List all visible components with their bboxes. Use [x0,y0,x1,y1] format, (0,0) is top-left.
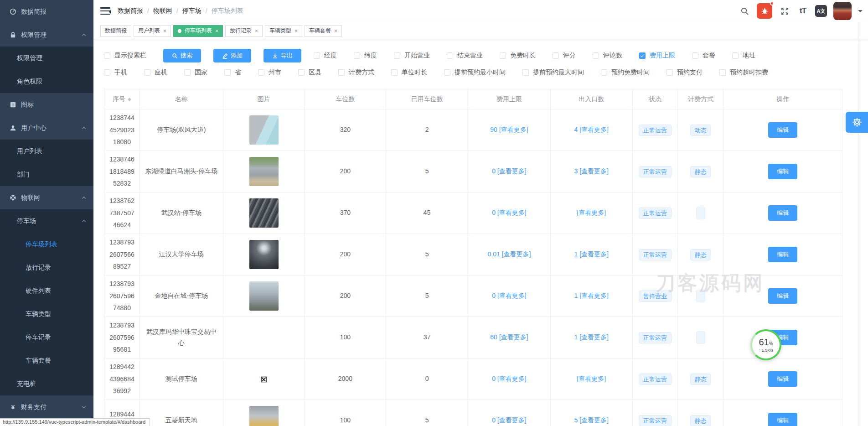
tab-item[interactable]: 车辆套餐× [305,25,342,37]
fullscreen-icon[interactable] [779,5,790,17]
filter-checkbox[interactable]: 预约支付 [666,68,703,77]
filter-checkbox[interactable]: 免费时长 [500,52,536,60]
filter-checkbox[interactable]: 国家 [184,68,207,77]
view-more-link[interactable]: 0 [查看更多] [492,415,526,426]
sidebar-item[interactable]: ¥财务支付 [0,395,93,419]
filter-checkbox[interactable]: 单位时长 [391,68,427,77]
sidebar-item[interactable]: 放行记录 [0,256,93,279]
filter-checkbox[interactable]: 州市 [258,68,281,77]
sidebar-toggle-icon[interactable] [100,6,110,16]
filter-checkbox[interactable]: 计费方式 [338,68,374,77]
sort-icon[interactable] [128,96,131,103]
sidebar-item[interactable]: 用户中心 [0,116,93,140]
filter-checkbox[interactable]: 地址 [732,52,755,60]
sidebar-item[interactable]: 角色权限 [0,70,93,93]
font-size-icon[interactable]: tT [797,5,809,17]
filter-checkbox[interactable]: 套餐 [692,52,715,60]
export-button[interactable]: 导出 [264,49,301,62]
sidebar-item[interactable]: 权限管理 [0,23,93,47]
sidebar-item[interactable]: 停车场 [0,209,93,233]
filter-checkbox[interactable]: 费用上限 [639,52,675,60]
view-more-link[interactable]: 3 [查看更多] [574,166,608,177]
search-button[interactable]: 搜索 [163,49,201,62]
filter-checkbox[interactable]: 提前预约最小时间 [444,68,506,77]
filter-checkbox[interactable]: 经度 [314,52,337,60]
view-more-link[interactable]: [查看更多] [577,208,606,218]
view-more-link[interactable]: 90 [查看更多] [490,125,528,135]
avatar[interactable] [833,2,852,20]
tab-item[interactable]: 用户列表× [134,25,171,37]
parking-photo[interactable] [249,198,279,228]
sidebar-item[interactable]: 物联网 [0,186,93,209]
view-more-link[interactable]: 1 [查看更多] [574,249,608,260]
chevron-down-icon[interactable] [858,10,863,15]
sidebar-item[interactable]: 充电桩 [0,372,93,395]
edit-button[interactable]: 编辑 [768,122,797,138]
view-more-link[interactable]: 60 [查看更多] [490,332,528,343]
view-more-link[interactable]: [查看更多] [577,374,606,384]
sidebar-item[interactable]: 用户列表 [0,140,93,163]
view-more-link[interactable]: 0 [查看更多] [492,166,526,177]
column-header[interactable]: 序号 [104,89,140,109]
filter-checkbox[interactable]: 手机 [104,68,127,77]
search-icon[interactable] [739,5,750,17]
view-more-link[interactable]: 0 [查看更多] [492,208,526,218]
filter-checkbox[interactable]: 纬度 [354,52,377,60]
sidebar-item[interactable]: 车辆套餐 [0,349,93,372]
breadcrumb-item[interactable]: 停车场 [182,7,202,15]
sidebar-item[interactable]: 部门 [0,163,93,186]
translate-icon[interactable]: A文 [815,5,827,17]
close-icon[interactable]: × [334,28,337,34]
sidebar-item[interactable]: 数据简报 [0,0,93,23]
view-more-link[interactable]: 1 [查看更多] [574,291,608,301]
tab-item[interactable]: 放行记录× [225,25,263,37]
sidebar-item[interactable]: I图标 [0,93,93,116]
view-more-link[interactable]: 1 [查看更多] [574,332,608,343]
parking-photo[interactable] [249,240,279,269]
view-more-link[interactable]: 0.01 [查看更多] [487,249,531,260]
close-icon[interactable]: × [294,28,298,34]
filter-checkbox[interactable]: 省 [224,68,241,77]
filter-checkbox[interactable]: 提前预约最大时间 [522,68,584,77]
parking-photo[interactable] [249,281,279,311]
close-icon[interactable]: × [215,28,218,34]
parking-photo[interactable] [249,406,279,426]
sidebar-item[interactable]: 停车记录 [0,326,93,349]
edit-button[interactable]: 编辑 [768,247,797,262]
add-button[interactable]: 添加 [213,49,251,62]
filter-checkbox[interactable]: 座机 [144,68,167,77]
tab-item[interactable]: 数据简报 [100,25,131,37]
edit-button[interactable]: 编辑 [768,288,797,304]
filter-checkbox[interactable]: 开始营业 [394,52,430,60]
show-searchbar-checkbox[interactable]: 显示搜索栏 [104,52,146,60]
close-icon[interactable]: × [163,28,166,34]
view-more-link[interactable]: 5 [查看更多] [574,415,608,426]
edit-button[interactable]: 编辑 [768,205,797,221]
view-more-link[interactable]: 0 [查看更多] [492,374,526,384]
tab-item[interactable]: 车辆类型× [265,25,302,37]
settings-gear-button[interactable] [846,112,868,133]
view-more-link[interactable]: 0 [查看更多] [492,291,526,301]
breadcrumb-item[interactable]: 数据简报 [118,7,143,15]
tab-active[interactable]: 停车场列表× [173,25,223,37]
parking-photo[interactable] [249,115,279,145]
filter-checkbox[interactable]: 结束营业 [447,52,483,60]
breadcrumb-item[interactable]: 物联网 [153,7,172,15]
edit-button[interactable]: 编辑 [768,413,797,426]
sidebar-item[interactable]: 停车场列表 [0,233,93,256]
sidebar-item[interactable]: 权限管理 [0,47,93,70]
network-speed-widget[interactable]: 61% ↑ 1.5K/s [750,329,781,360]
view-more-link[interactable]: 4 [查看更多] [574,125,608,135]
filter-checkbox[interactable]: 区县 [298,68,321,77]
close-icon[interactable]: × [255,28,258,34]
filter-checkbox[interactable]: 评分 [553,52,576,60]
parking-photo[interactable] [249,157,279,186]
sidebar-item[interactable]: 车辆类型 [0,302,93,326]
sidebar-item[interactable]: 硬件列表 [0,279,93,302]
filter-checkbox[interactable]: 预约超时扣费 [719,68,768,77]
filter-checkbox[interactable]: 预约免费时间 [601,68,650,77]
filter-checkbox[interactable]: 评论数 [593,52,622,60]
edit-button[interactable]: 编辑 [768,371,797,387]
edit-button[interactable]: 编辑 [768,164,797,179]
bug-report-icon[interactable] [757,3,772,19]
